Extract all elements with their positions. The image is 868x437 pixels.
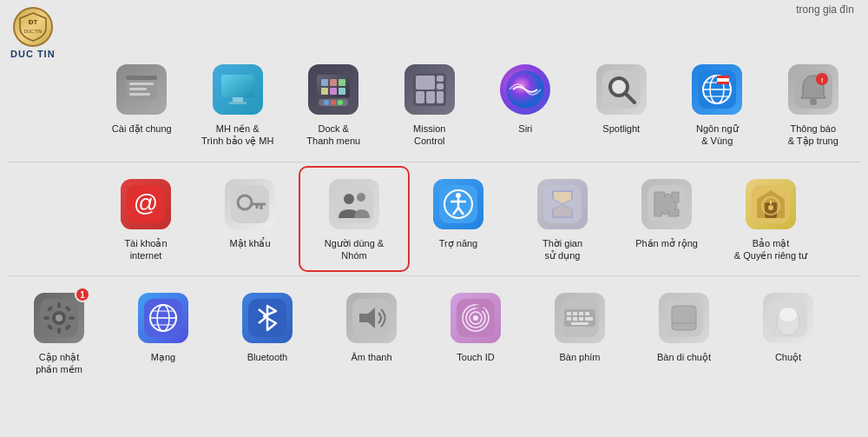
grid-item-screentime[interactable]: Thời giansử dụng xyxy=(510,169,615,269)
keyboard-icon xyxy=(555,293,605,343)
internet-label: Tài khoảninternet xyxy=(124,237,167,262)
password-icon-svg xyxy=(231,185,269,223)
grid-row-3: 1 Cập nhậtphần mềm Mạng xyxy=(7,276,861,390)
svg-rect-103 xyxy=(476,308,485,311)
grid-item-language[interactable]: Ngôn ngữ& Vùng xyxy=(669,55,766,155)
svg-point-56 xyxy=(344,194,354,204)
icon-wrapper-dock xyxy=(306,62,361,117)
extensions-icon xyxy=(641,179,692,229)
language-icon xyxy=(692,64,742,115)
siri-label: Siri xyxy=(518,122,532,135)
trackpad-icon-svg xyxy=(665,299,703,337)
icon-wrapper-notification: ! xyxy=(786,62,841,117)
users-icon-svg xyxy=(335,185,373,223)
grid-item-keyboard[interactable]: Bàn phím xyxy=(528,283,632,370)
svg-point-45 xyxy=(810,98,817,105)
svg-rect-108 xyxy=(579,312,583,315)
notification-label: Thông báo& Tập trung xyxy=(788,122,838,148)
logo-svg: ĐT DUC TIN xyxy=(16,10,49,43)
grid-item-touchid[interactable]: Touch ID xyxy=(424,283,528,370)
sound-icon-svg xyxy=(352,299,391,337)
svg-rect-9 xyxy=(233,97,243,102)
accessibility-label: Trợ năng xyxy=(439,237,478,249)
svg-rect-3 xyxy=(126,76,157,80)
svg-rect-14 xyxy=(330,79,337,86)
svg-text:ĐT: ĐT xyxy=(28,18,37,26)
mission-icon-svg xyxy=(411,70,449,109)
update-icon-svg xyxy=(40,299,78,337)
grid-item-internet[interactable]: @ Tài khoảninternet xyxy=(94,169,198,269)
icon-wrapper-mouse xyxy=(760,290,816,346)
grid-item-extensions[interactable]: Phần mở rộng xyxy=(615,169,719,256)
screentime-label: Thời giansử dụng xyxy=(542,237,582,262)
grid-item-mission[interactable]: MissionControl xyxy=(382,55,478,155)
security-icon xyxy=(746,179,796,229)
grid-item-general[interactable]: Cài đặt chung xyxy=(94,55,190,142)
notification-icon-svg: ! xyxy=(794,70,832,109)
icon-wrapper-password xyxy=(222,176,278,232)
svg-rect-17 xyxy=(330,88,337,95)
svg-rect-107 xyxy=(573,312,577,315)
grid-item-desktop[interactable]: MH nền &Trình bảo vệ MH xyxy=(190,55,286,155)
svg-rect-15 xyxy=(339,79,345,86)
grid-item-sound[interactable]: Âm thanh xyxy=(319,283,424,370)
grid-item-mouse[interactable]: Chuột xyxy=(736,283,840,370)
svg-text:DUC TIN: DUC TIN xyxy=(24,29,43,34)
svg-rect-106 xyxy=(567,312,571,315)
grid-item-users[interactable]: Người dùng &Nhóm xyxy=(302,169,406,269)
general-label: Cài đặt chung xyxy=(112,122,172,135)
svg-point-72 xyxy=(768,205,773,210)
top-bar-text: trong gia đìn xyxy=(782,0,868,19)
icon-wrapper-security xyxy=(743,176,799,232)
grid-item-dock[interactable]: Dock &Thanh menu xyxy=(286,55,382,155)
bluetooth-icon xyxy=(242,293,293,343)
svg-rect-6 xyxy=(129,93,150,96)
svg-rect-81 xyxy=(69,316,75,320)
general-icon xyxy=(116,64,167,115)
svg-point-57 xyxy=(357,193,365,202)
logo-circle: ĐT DUC TIN xyxy=(13,7,53,47)
icon-wrapper-sound xyxy=(344,290,399,346)
svg-rect-116 xyxy=(672,306,696,330)
siri-icon xyxy=(500,64,550,115)
grid-row-1: Cài đặt chung MH nền &Trình bảo vệ MH xyxy=(7,48,861,162)
network-icon-svg xyxy=(144,299,182,337)
svg-point-60 xyxy=(456,193,461,198)
svg-rect-78 xyxy=(57,302,61,308)
grid-item-siri[interactable]: Siri xyxy=(477,55,574,142)
trackpad-label: Bàn di chuột xyxy=(657,351,711,363)
grid-item-network[interactable]: Mạng xyxy=(111,283,215,370)
grid-item-security[interactable]: Bảo mật& Quyền riêng tư xyxy=(719,169,823,269)
svg-point-21 xyxy=(331,100,336,105)
spotlight-icon xyxy=(596,64,647,115)
general-icon-svg xyxy=(122,70,161,109)
mission-label: MissionControl xyxy=(413,122,445,148)
internet-icon: @ xyxy=(121,179,171,229)
grid-item-bluetooth[interactable]: Bluetooth xyxy=(215,283,319,370)
dock-icon xyxy=(308,64,358,115)
extensions-icon-svg xyxy=(648,185,686,223)
accessibility-icon xyxy=(433,179,483,229)
trackpad-icon xyxy=(659,293,709,343)
grid-item-accessibility[interactable]: Trợ năng xyxy=(406,169,510,256)
icon-wrapper-trackpad xyxy=(656,290,712,346)
svg-rect-111 xyxy=(573,317,577,321)
svg-rect-113 xyxy=(585,317,593,321)
icon-wrapper-touchid xyxy=(448,290,503,346)
svg-rect-79 xyxy=(57,328,61,334)
mouse-label: Chuột xyxy=(775,351,801,363)
svg-rect-4 xyxy=(129,83,154,85)
svg-rect-29 xyxy=(437,91,444,103)
grid-item-spotlight[interactable]: Spotlight xyxy=(574,55,670,142)
grid-item-update[interactable]: 1 Cập nhậtphần mềm xyxy=(7,283,111,383)
touchid-icon xyxy=(450,293,501,343)
svg-rect-102 xyxy=(476,305,489,308)
dock-icon-svg xyxy=(314,70,352,109)
bluetooth-label: Bluetooth xyxy=(247,351,287,363)
grid-item-trackpad[interactable]: Bàn di chuột xyxy=(632,283,736,370)
grid-item-password[interactable]: Mật khẩu xyxy=(198,169,302,256)
grid-item-notification[interactable]: ! Thông báo& Tập trung xyxy=(766,55,862,155)
topbar-label: trong gia đìn xyxy=(796,3,854,16)
svg-rect-26 xyxy=(437,83,444,89)
grid-container: Cài đặt chung MH nền &Trình bảo vệ MH xyxy=(0,48,868,390)
